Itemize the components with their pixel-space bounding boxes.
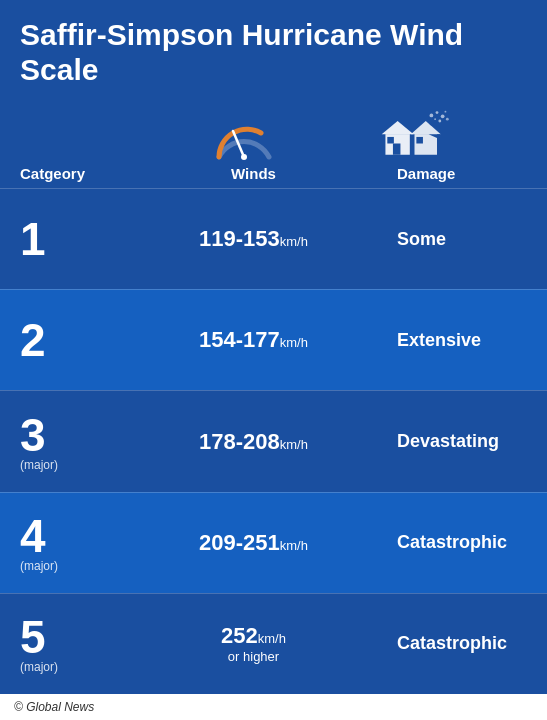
svg-rect-12 <box>387 137 394 144</box>
wind-unit-1: km/h <box>280 234 308 249</box>
wind-range-1: 119-153 <box>199 226 280 251</box>
cat-sub-4: (major) <box>20 559 58 573</box>
cell-damage-5: Catastrophic <box>387 633 547 654</box>
icons-row <box>0 97 547 165</box>
winds-icon-wrap <box>120 115 367 165</box>
cell-category-3: 3 (major) <box>0 412 120 472</box>
footer: © Global News <box>0 694 547 720</box>
main-container: Saffir-Simpson Hurricane Wind Scale <box>0 0 547 720</box>
cell-damage-2: Extensive <box>387 330 547 351</box>
table-row: 2 154-177km/h Extensive <box>0 289 547 390</box>
wind-extra-5: or higher <box>120 649 387 664</box>
page-title: Saffir-Simpson Hurricane Wind Scale <box>20 18 527 87</box>
column-headers: Catgeory Winds Damage <box>0 165 547 188</box>
house-icon <box>377 107 452 165</box>
wind-unit-5: km/h <box>258 631 286 646</box>
cell-category-4: 4 (major) <box>0 513 120 573</box>
cell-winds-4: 209-251km/h <box>120 530 387 556</box>
cell-winds-5: 252km/h or higher <box>120 623 387 664</box>
cat-num-3: 3 <box>20 412 46 458</box>
svg-rect-11 <box>393 144 401 155</box>
svg-point-5 <box>438 120 441 123</box>
cat-sub-5: (major) <box>20 660 58 674</box>
svg-point-8 <box>446 118 449 121</box>
wind-range-4: 209-251 <box>199 530 280 555</box>
svg-point-3 <box>436 111 439 114</box>
cell-winds-1: 119-153km/h <box>120 226 387 252</box>
cell-winds-2: 154-177km/h <box>120 327 387 353</box>
table-row: 3 (major) 178-208km/h Devastating <box>0 390 547 491</box>
svg-point-6 <box>445 111 447 113</box>
table-row: 5 (major) 252km/h or higher Catastrophic <box>0 593 547 694</box>
table-row: 1 119-153km/h Some <box>0 188 547 289</box>
wind-unit-4: km/h <box>280 538 308 553</box>
svg-rect-17 <box>416 137 423 144</box>
table-row: 4 (major) 209-251km/h Catastrophic <box>0 492 547 593</box>
col-header-winds: Winds <box>120 165 387 182</box>
cell-damage-1: Some <box>387 229 547 250</box>
cell-category-5: 5 (major) <box>0 614 120 674</box>
svg-point-7 <box>434 118 436 120</box>
cell-category-1: 1 <box>0 216 120 262</box>
cat-num-2: 2 <box>20 317 46 363</box>
cat-num-1: 1 <box>20 216 46 262</box>
damage-icon-wrap <box>367 107 527 165</box>
svg-marker-9 <box>382 121 414 134</box>
svg-point-1 <box>241 154 247 160</box>
wind-range-5: 252 <box>221 623 258 648</box>
wind-unit-3: km/h <box>280 437 308 452</box>
cell-damage-3: Devastating <box>387 431 547 452</box>
svg-point-4 <box>441 114 445 118</box>
wind-unit-2: km/h <box>280 335 308 350</box>
col-header-damage: Damage <box>387 165 547 182</box>
header: Saffir-Simpson Hurricane Wind Scale <box>0 0 547 97</box>
table-body: 1 119-153km/h Some 2 154-177km/h Extensi… <box>0 188 547 694</box>
col-header-category: Catgeory <box>0 165 120 182</box>
cell-winds-3: 178-208km/h <box>120 429 387 455</box>
footer-text: © Global News <box>14 700 94 714</box>
cat-num-5: 5 <box>20 614 46 660</box>
cell-category-2: 2 <box>0 317 120 363</box>
cat-sub-3: (major) <box>20 458 58 472</box>
cat-num-4: 4 <box>20 513 46 559</box>
cell-damage-4: Catastrophic <box>387 532 547 553</box>
svg-point-2 <box>430 114 434 118</box>
wind-range-3: 178-208 <box>199 429 280 454</box>
wind-range-2: 154-177 <box>199 327 280 352</box>
speedometer-icon <box>209 115 279 165</box>
